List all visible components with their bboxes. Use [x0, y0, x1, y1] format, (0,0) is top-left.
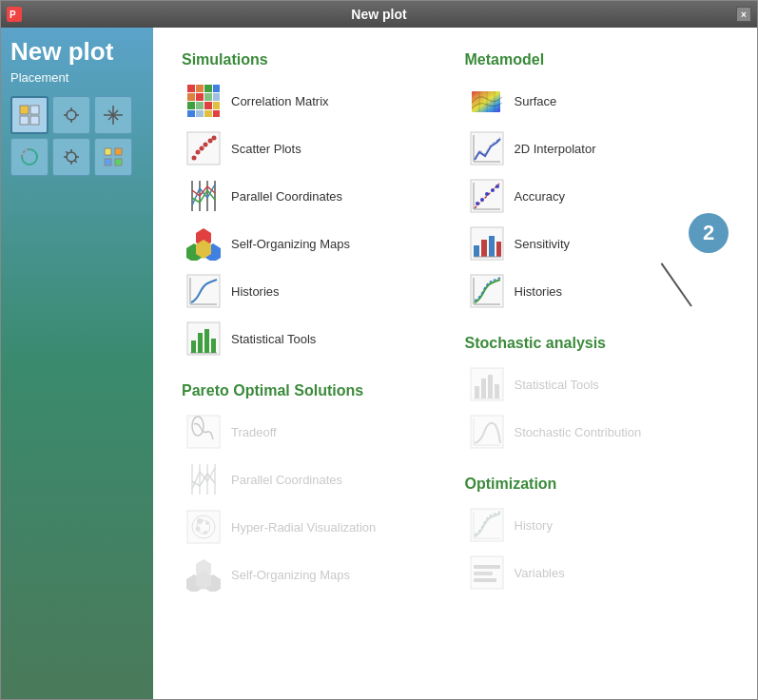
- 2d-interpolator-label: 2D Interpolator: [515, 142, 596, 156]
- parallel-coordinates-label: Parallel Coordinates: [231, 189, 342, 204]
- menu-item-tradeoff[interactable]: Tradeoff: [182, 409, 446, 455]
- pareto-section-title: Pareto Optimal Solutions: [182, 382, 446, 399]
- svg-point-45: [200, 146, 204, 151]
- menu-item-hyper-radial[interactable]: Hyper-Radial Visualization: [182, 504, 446, 550]
- app-icon: P: [7, 7, 22, 22]
- svg-rect-24: [105, 159, 111, 165]
- self-organizing-maps-pareto-label: Self-Organizing Maps: [231, 568, 350, 582]
- menu-item-parallel-coordinates-pareto[interactable]: Parallel Coordinates: [182, 457, 446, 502]
- self-organizing-maps-icon: [185, 225, 222, 262]
- menu-item-stochastic-contribution[interactable]: Stochastic Contribution: [465, 409, 729, 455]
- svg-rect-2: [20, 106, 29, 114]
- svg-point-47: [208, 139, 213, 144]
- svg-rect-31: [196, 93, 204, 101]
- scatter-plots-label: Scatter Plots: [231, 142, 301, 156]
- svg-rect-4: [20, 116, 29, 125]
- svg-rect-23: [115, 148, 122, 155]
- svg-rect-121: [474, 565, 500, 569]
- svg-point-76: [205, 521, 209, 525]
- menu-item-correlation-matrix[interactable]: Correlation Matrix: [182, 78, 446, 124]
- statistical-tools-icon: [185, 321, 222, 357]
- svg-rect-101: [481, 240, 487, 257]
- history-opt-label: History: [515, 518, 553, 533]
- menu-item-histories-meta[interactable]: Histories: [465, 268, 729, 314]
- svg-point-44: [196, 150, 201, 155]
- svg-rect-123: [474, 578, 496, 582]
- svg-point-48: [212, 136, 217, 141]
- placement-label: Placement: [10, 70, 144, 85]
- menu-item-self-organizing-maps[interactable]: Self-Organizing Maps: [182, 221, 446, 266]
- menu-item-history-opt[interactable]: History: [465, 502, 729, 548]
- svg-rect-25: [115, 159, 122, 165]
- placement-btn-4[interactable]: [10, 138, 49, 176]
- svg-point-94: [476, 202, 479, 205]
- close-button[interactable]: ×: [736, 7, 751, 22]
- histories-label: Histories: [231, 284, 280, 299]
- sidebar-title: New plot: [10, 37, 144, 67]
- svg-rect-113: [495, 384, 499, 399]
- svg-rect-41: [213, 110, 220, 117]
- surface-label: Surface: [515, 94, 557, 108]
- tradeoff-label: Tradeoff: [231, 425, 277, 439]
- menu-item-scatter-plots[interactable]: Scatter Plots: [182, 126, 446, 171]
- titlebar: P New plot ×: [1, 1, 757, 28]
- correlation-matrix-label: Correlation Matrix: [231, 94, 329, 108]
- menu-item-surface[interactable]: Surface: [465, 78, 729, 124]
- svg-point-77: [196, 527, 201, 532]
- menu-item-parallel-coordinates[interactable]: Parallel Coordinates: [182, 173, 446, 219]
- svg-point-6: [67, 110, 76, 120]
- svg-point-98: [496, 185, 499, 188]
- hyper-radial-label: Hyper-Radial Visualization: [231, 520, 376, 535]
- menu-item-statistical-tools-stoch[interactable]: Statistical Tools: [465, 361, 729, 407]
- svg-rect-35: [196, 102, 204, 109]
- self-organizing-maps-label: Self-Organizing Maps: [231, 237, 350, 251]
- svg-rect-40: [204, 110, 212, 117]
- menu-item-histories[interactable]: Histories: [182, 268, 446, 314]
- svg-rect-28: [204, 85, 212, 92]
- parallel-coordinates-icon: [185, 178, 222, 214]
- menu-item-variables-opt[interactable]: Variables: [465, 550, 729, 595]
- svg-rect-22: [105, 148, 111, 155]
- placement-btn-5[interactable]: [52, 138, 90, 176]
- histories-meta-label: Histories: [515, 284, 563, 299]
- svg-rect-64: [204, 329, 209, 353]
- svg-rect-83: [472, 91, 500, 112]
- svg-rect-29: [213, 85, 220, 92]
- metamodel-section-title: Metamodel: [465, 51, 729, 68]
- history-opt-icon: [469, 507, 505, 543]
- svg-rect-27: [196, 85, 204, 92]
- statistical-tools-stoch-icon: [469, 366, 505, 402]
- svg-rect-32: [204, 93, 212, 101]
- svg-rect-110: [475, 386, 479, 399]
- svg-rect-111: [481, 379, 486, 399]
- window-title: New plot: [351, 7, 406, 22]
- placement-btn-3[interactable]: [94, 96, 132, 134]
- simulations-section-title: Simulations: [182, 51, 446, 68]
- sidebar: New plot Placement: [1, 28, 153, 699]
- svg-rect-100: [474, 245, 479, 257]
- placement-btn-2[interactable]: [52, 96, 90, 134]
- svg-rect-39: [196, 110, 204, 117]
- variables-opt-label: Variables: [515, 566, 565, 580]
- sensitivity-icon: [469, 225, 505, 262]
- svg-line-20: [66, 151, 68, 154]
- placement-btn-1[interactable]: [10, 96, 49, 134]
- menu-item-self-organizing-maps-pareto[interactable]: Self-Organizing Maps: [182, 552, 446, 597]
- svg-rect-103: [496, 242, 501, 257]
- svg-point-43: [192, 156, 197, 161]
- svg-rect-62: [191, 340, 196, 353]
- menu-item-accuracy[interactable]: Accuracy: [465, 173, 729, 219]
- histories-meta-icon: [469, 273, 505, 309]
- placement-btn-6[interactable]: [94, 138, 132, 176]
- optimization-section-title: Optimization: [465, 476, 729, 493]
- svg-rect-30: [187, 93, 195, 101]
- self-organizing-maps-pareto-icon: [185, 556, 222, 593]
- stochastic-contribution-icon: [469, 414, 505, 450]
- menu-item-2d-interpolator[interactable]: 2D Interpolator: [465, 126, 729, 171]
- menu-item-statistical-tools[interactable]: Statistical Tools: [182, 316, 446, 361]
- stochastic-contribution-label: Stochastic Contribution: [515, 425, 642, 439]
- accuracy-icon: [469, 178, 505, 214]
- svg-rect-26: [187, 85, 195, 92]
- svg-rect-33: [213, 93, 220, 101]
- svg-rect-122: [474, 572, 493, 575]
